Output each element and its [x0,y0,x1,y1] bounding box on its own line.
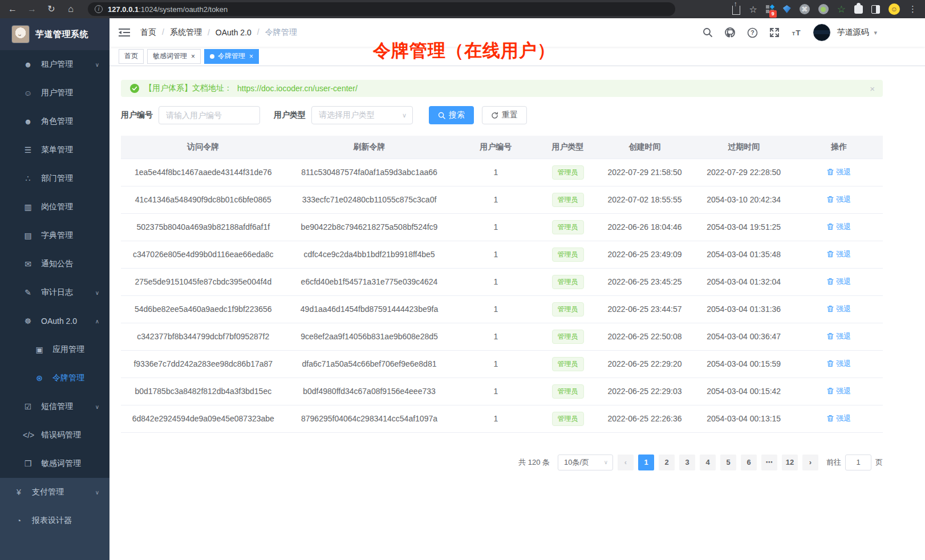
force-logout-button[interactable]: 强退 [827,413,851,424]
page-number-button[interactable]: 6 [741,455,757,470]
sidebar-menu-item[interactable]: ✉ 通知公告 [0,250,109,278]
browser-home-icon[interactable]: ⌂ [64,0,78,18]
sidebar-menu-item[interactable]: ❒ 敏感词管理 [0,449,109,478]
github-icon[interactable] [724,27,736,38]
alert-doc-link[interactable]: https://doc.iocoder.cn/user-center/ [237,84,358,93]
trash-icon [827,196,834,203]
menu-item-label: 错误码管理 [41,430,81,440]
command-extension-icon[interactable]: ⌘ [800,4,810,14]
browser-forward-icon[interactable]: → [25,0,39,18]
search-icon[interactable] [702,27,713,38]
breadcrumb-item[interactable]: OAuth 2.0 [202,28,251,37]
sidebar-menu-item[interactable]: ☸ OAuth 2.0 ∧ [0,307,109,335]
menu-item-label: 字典管理 [41,230,73,241]
address-bar[interactable]: i 127.0.0.1:1024/system/oauth2/token [88,2,675,16]
trash-icon [827,387,834,395]
user-caret-down-icon[interactable]: ▾ [874,29,877,36]
user-avatar[interactable] [813,24,830,41]
goto-page-input[interactable] [845,455,871,470]
bookmark-star-icon[interactable]: ☆ [749,4,757,15]
sidebar-menu-item[interactable]: ∴ 部门管理 [0,164,109,193]
puzzle-extensions-icon[interactable] [854,5,863,14]
reset-button[interactable]: 重置 [482,106,527,124]
sidebar-menu-item[interactable]: ▤ 字典管理 [0,221,109,250]
page-number-button[interactable]: 3 [679,455,695,470]
view-tab[interactable]: 令牌管理 × [204,49,259,64]
emoji-extension-icon[interactable]: ☺ [889,3,900,15]
tab-close-icon[interactable]: × [191,52,195,60]
sidebar-menu-item[interactable]: ☑ 短信管理 ∨ [0,392,109,421]
browser-menu-icon[interactable]: ⋮ [908,4,917,14]
share-icon[interactable] [732,6,740,15]
user-type-cell: 管理员 [538,350,597,378]
refresh-token-cell: 9ce8ef2aa9f14056b831ae9b608e28d5 [286,323,453,350]
breadcrumb-item[interactable]: 令牌管理 [251,27,297,38]
table-header-row: 访问令牌 刷新令牌 用户编号 用户类型 创建时间 过期时间 [121,136,883,159]
green-star-extension-icon[interactable]: ☆ [837,3,846,15]
created-time-cell: 2022-06-25 23:49:09 [597,241,692,268]
site-info-icon[interactable]: i [95,5,103,13]
alert-close-icon[interactable]: × [870,84,875,94]
sidebar-menu-item[interactable]: ◔ 报表设计器 [0,506,109,535]
tab-close-icon[interactable]: × [249,52,253,60]
page-number-button[interactable]: 2 [659,455,675,470]
page-number-button[interactable]: 4 [700,455,716,470]
page-number-button[interactable]: 1 [638,455,654,470]
force-logout-button[interactable]: 强退 [827,277,851,287]
extension-grid-icon[interactable]: 9 [766,5,774,14]
force-logout-button[interactable]: 强退 [827,167,851,177]
user-type-badge: 管理员 [552,330,584,344]
force-logout-button[interactable]: 强退 [827,249,851,259]
help-icon[interactable]: ? [747,27,758,38]
recorder-extension-icon[interactable] [818,4,829,14]
next-page-button[interactable]: › [802,455,818,470]
force-logout-button[interactable]: 强退 [827,386,851,396]
sidebar-collapse-icon[interactable] [119,28,130,37]
force-logout-button[interactable]: 强退 [827,304,851,314]
trash-icon [827,168,834,176]
search-button[interactable]: 搜索 [429,106,474,124]
page-size-select[interactable]: 10条/页 ∨ [558,455,613,470]
force-logout-button[interactable]: 强退 [827,331,851,342]
font-size-icon[interactable]: TT [791,27,802,38]
page-number-button[interactable]: 12 [782,455,798,470]
force-logout-button[interactable]: 强退 [827,194,851,205]
sidebar-menu-item[interactable]: ☰ 菜单管理 [0,136,109,164]
fullscreen-icon[interactable] [769,27,780,38]
user-type-select[interactable]: 请选择用户类型 ∨ [311,106,413,124]
sidebar-menu-item[interactable]: ☻ 租户管理 ∨ [0,50,109,79]
table-row: c347026e805e4d99b0d116eae66eda8c cdfc4ce… [121,241,883,268]
force-logout-button[interactable]: 强退 [827,222,851,232]
trash-icon [827,305,834,313]
sidebar-menu-item[interactable]: ▣ 应用管理 [0,335,109,364]
view-tab[interactable]: 首页 × [119,49,144,64]
force-logout-button[interactable]: 强退 [827,359,851,369]
sidebar-menu-item[interactable]: ¥ 支付管理 ∨ [0,478,109,506]
active-tab-dot [210,54,214,59]
user-id-input[interactable] [159,106,260,124]
screen: ← → ↻ ⌂ i 127.0.0.1:1024/system/oauth2/t… [0,0,925,560]
user-id-label: 用户编号 [121,110,153,120]
sidebar-menu-item[interactable]: </> 错误码管理 [0,421,109,449]
view-tab[interactable]: 敏感词管理 × [147,49,201,64]
app-logo[interactable]: 芋道管理系统 [0,18,109,50]
breadcrumb-item[interactable]: 系统管理 [156,27,202,38]
breadcrumb-item[interactable]: 首页 [140,27,156,38]
sidebar-menu-item[interactable]: ☺ 用户管理 [0,79,109,107]
reader-mode-icon[interactable] [871,5,880,14]
browser-reload-icon[interactable]: ↻ [44,0,58,18]
sidebar-menu-item[interactable]: ☻ 角色管理 [0,107,109,136]
sidebar-menu-item[interactable]: ▥ 岗位管理 [0,193,109,221]
page-number-button[interactable]: ⋯ [761,455,777,470]
sidebar-menu-item[interactable]: ⊛ 令牌管理 [0,364,109,392]
username[interactable]: 芋道源码 [837,27,869,38]
prev-page-button[interactable]: ‹ [618,455,634,470]
page-number-button[interactable]: 5 [720,455,736,470]
user-id-cell: 1 [453,295,538,323]
browser-back-icon[interactable]: ← [6,0,19,18]
sidebar-menu-item[interactable]: ✎ 审计日志 ∨ [0,278,109,307]
menu-item-label: 报表设计器 [32,516,72,526]
gem-extension-icon[interactable] [783,5,791,13]
table-row: 54d6be82ee5a460a9aedc1f9bf223656 49d1aa4… [121,295,883,323]
alert-text: 【用户体系】文档地址： [144,83,232,94]
